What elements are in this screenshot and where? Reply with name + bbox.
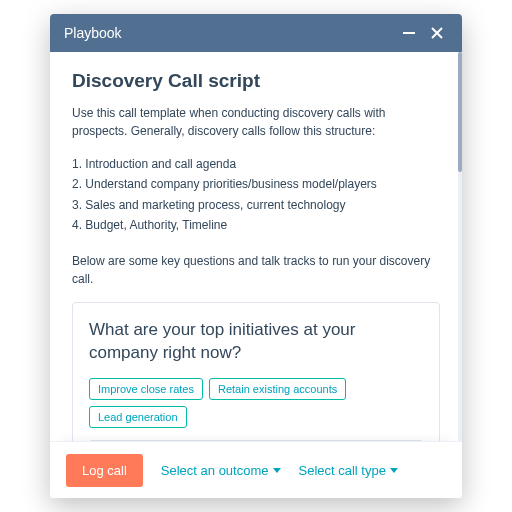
below-text: Below are some key questions and talk tr… (72, 252, 440, 288)
window-title: Playbook (64, 25, 398, 41)
minimize-icon[interactable] (398, 22, 420, 44)
footer-bar: Log call Select an outcome Select call t… (50, 441, 462, 498)
scroll-area: Discovery Call script Use this call temp… (50, 52, 462, 441)
panel-body: Discovery Call script Use this call temp… (50, 52, 462, 441)
select-outcome-dropdown[interactable]: Select an outcome (161, 463, 281, 478)
page-title: Discovery Call script (72, 70, 440, 92)
tag-option[interactable]: Lead generation (89, 406, 187, 428)
answer-tags: Improve close rates Retain existing acco… (89, 378, 423, 428)
intro-text: Use this call template when conducting d… (72, 104, 440, 140)
close-icon[interactable] (426, 22, 448, 44)
chevron-down-icon (390, 468, 398, 473)
playbook-panel: Playbook Discovery Call script Use this … (50, 14, 462, 498)
list-item: 4. Budget, Authority, Timeline (72, 215, 440, 235)
steps-list: 1. Introduction and call agenda 2. Under… (72, 154, 440, 236)
titlebar: Playbook (50, 14, 462, 52)
list-item: 3. Sales and marketing process, current … (72, 195, 440, 215)
question-card: What are your top initiatives at your co… (72, 302, 440, 441)
chevron-down-icon (273, 468, 281, 473)
list-item: 1. Introduction and call agenda (72, 154, 440, 174)
log-call-button[interactable]: Log call (66, 454, 143, 487)
scrollbar-thumb[interactable] (458, 52, 462, 172)
tag-option[interactable]: Improve close rates (89, 378, 203, 400)
tag-option[interactable]: Retain existing accounts (209, 378, 346, 400)
select-call-type-label: Select call type (299, 463, 386, 478)
question-prompt: What are your top initiatives at your co… (89, 319, 423, 365)
list-item: 2. Understand company priorities/busines… (72, 174, 440, 194)
select-outcome-label: Select an outcome (161, 463, 269, 478)
select-call-type-dropdown[interactable]: Select call type (299, 463, 398, 478)
scrollbar-track[interactable] (458, 52, 462, 442)
